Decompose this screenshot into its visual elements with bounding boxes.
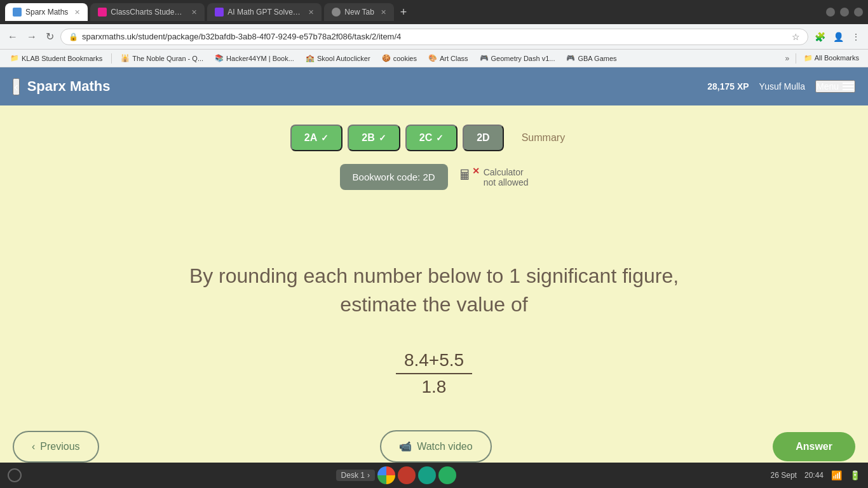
fraction-numerator: 8.4+5.5 [404,350,464,370]
extensions-button[interactable]: 🧩 [812,29,828,44]
taskbar-app-red[interactable] [398,466,416,484]
calculator-label: Calculator [484,167,529,177]
tab-sparx-close[interactable]: ✕ [74,8,80,17]
wifi-icon: 📶 [831,470,842,480]
previous-button[interactable]: ‹ Previous [13,431,99,463]
klab-icon: 📁 [10,54,19,62]
tab-aimath-label: AI Math GPT Solver Powered b [227,8,302,17]
tab-2d[interactable]: 2D [463,125,503,151]
tab-summary[interactable]: Summary [509,126,578,150]
bookmarks-separator-2 [796,53,796,64]
tab-aimath-close[interactable]: ✕ [308,8,314,17]
close-button[interactable] [854,8,863,17]
answer-button[interactable]: Answer [773,432,855,461]
main-content: 2A ✓ 2B ✓ 2C ✓ 2D Summary Bookwork code:… [0,105,868,463]
tab-newtab-close[interactable]: ✕ [381,8,386,17]
check-icon-2c: ✓ [436,133,444,143]
calculator-info: 🖩 ✕ Calculator not allowed [458,167,529,187]
bookmarks-bar: 📁 KLAB Student Bookmarks 🕌 The Noble Qur… [0,50,868,67]
previous-label: Previous [40,441,79,452]
os-taskbar: Desk 1 › 26 Sept 20:44 📶 🔋 [0,463,868,488]
back-button[interactable]: ← [5,29,20,45]
taskbar-date: 26 Sept [771,471,797,480]
tab-summary-label: Summary [522,132,565,144]
forward-button[interactable]: → [24,29,39,45]
address-text: sparxmaths.uk/student/package/b32bafdb-3… [82,32,788,41]
app-header: ‹ Sparx Maths 28,175 XP Yusuf Mulla Menu [0,67,868,105]
user-name: Yusuf Mulla [759,81,805,92]
window-controls [826,8,863,17]
fraction-denominator: 1.8 [422,377,447,397]
reload-button[interactable]: ↻ [43,28,57,45]
quran-icon: 🕌 [121,54,130,62]
tab-2b[interactable]: 2B ✓ [348,125,400,151]
bookmark-skool[interactable]: 🏫 Skool Autoclicker [301,53,376,64]
taskbar-app-teal[interactable] [418,466,436,484]
bookmark-klab[interactable]: 📁 KLAB Student Bookmarks [5,53,107,64]
hamburger-icon [843,83,854,90]
calculator-status: not allowed [484,177,529,187]
taskbar-power-icon[interactable] [8,468,22,482]
hacker-icon: 📚 [215,54,224,62]
tab-2a-label: 2A [304,132,317,144]
minimize-button[interactable] [826,8,835,17]
quran-label: The Noble Quran - Q... [132,55,203,62]
tab-newtab[interactable]: New Tab ✕ [324,3,393,21]
bookmark-quran[interactable]: 🕌 The Noble Quran - Q... [116,53,208,64]
maximize-button[interactable] [840,8,849,17]
menu-label: Menu [817,81,839,92]
tab-2a[interactable]: 2A ✓ [290,125,342,151]
bookmark-geodash[interactable]: 🎮 Geometry Dash v1... [475,53,560,64]
desk-indicator[interactable]: Desk 1 › [336,470,375,481]
taskbar-chrome[interactable] [377,466,395,484]
new-tab-button[interactable]: + [397,6,411,19]
desk-label: Desk 1 [341,471,365,480]
gba-icon: 🎮 [566,54,575,62]
tab-2c[interactable]: 2C ✓ [405,125,458,151]
cookies-label: cookies [393,55,417,62]
address-bar[interactable]: 🔒 sparxmaths.uk/student/package/b32bafdb… [60,29,808,45]
bookmarks-more-button[interactable]: » [783,53,792,64]
more-button[interactable]: ⋮ [849,29,863,44]
taskbar-app-green[interactable] [438,466,456,484]
bookmark-gba[interactable]: 🎮 GBA Games [561,53,621,64]
taskbar-time: 20:44 [804,471,824,480]
watch-video-button[interactable]: 📹 Watch video [380,430,491,463]
question-area: By rounding each number below to 1 signi… [177,209,691,450]
all-bookmarks[interactable]: 📁 All Bookmarks [800,53,863,64]
tab-classcharts[interactable]: ClassCharts Student App ✕ [90,3,205,21]
tab-sparx-label: Sparx Maths [25,8,68,17]
bookmark-artclass[interactable]: 🎨 Art Class [423,53,473,64]
profile-button[interactable]: 👤 [831,29,846,44]
browser-toolbar: ← → ↻ 🔒 sparxmaths.uk/student/package/b3… [0,24,868,50]
task-tabs: 2A ✓ 2B ✓ 2C ✓ 2D Summary [290,125,578,151]
fraction-line [396,373,472,374]
tab-aimath[interactable]: AI Math GPT Solver Powered b ✕ [207,3,322,21]
video-icon: 📹 [399,440,412,452]
taskbar-right: 26 Sept 20:44 📶 🔋 [771,470,860,480]
calculator-text: Calculator not allowed [484,167,529,187]
xp-badge: 28,175 XP [707,81,749,92]
klab-label: KLAB Student Bookmarks [22,55,102,62]
menu-button[interactable]: Menu [815,80,855,93]
bookmark-star-button[interactable]: ☆ [792,32,800,42]
artclass-label: Art Class [440,55,468,62]
prev-chevron-icon: ‹ [32,441,35,452]
check-icon-2b: ✓ [379,133,386,143]
bookwork-code: Bookwork code: 2D [340,164,448,190]
hacker-label: Hacker44YM | Book... [226,55,294,62]
artclass-icon: 🎨 [428,54,437,62]
app-back-button[interactable]: ‹ [13,78,20,95]
tab-classcharts-close[interactable]: ✕ [191,8,197,17]
tab-2c-label: 2C [419,132,432,144]
browser-titlebar: Sparx Maths ✕ ClassCharts Student App ✕ … [0,0,868,24]
app-logo: Sparx Maths [27,78,111,95]
bookmark-hacker[interactable]: 📚 Hacker44YM | Book... [210,53,299,64]
calc-symbol: 🖩 [458,167,472,183]
desk-chevron-icon: › [367,471,370,480]
calculator-icon: 🖩 ✕ [458,167,478,187]
question-text: By rounding each number below to 1 signi… [189,262,679,319]
tab-sparx[interactable]: Sparx Maths ✕ [5,3,88,21]
bookmark-cookies[interactable]: 🍪 cookies [377,53,422,64]
skool-icon: 🏫 [306,54,315,62]
